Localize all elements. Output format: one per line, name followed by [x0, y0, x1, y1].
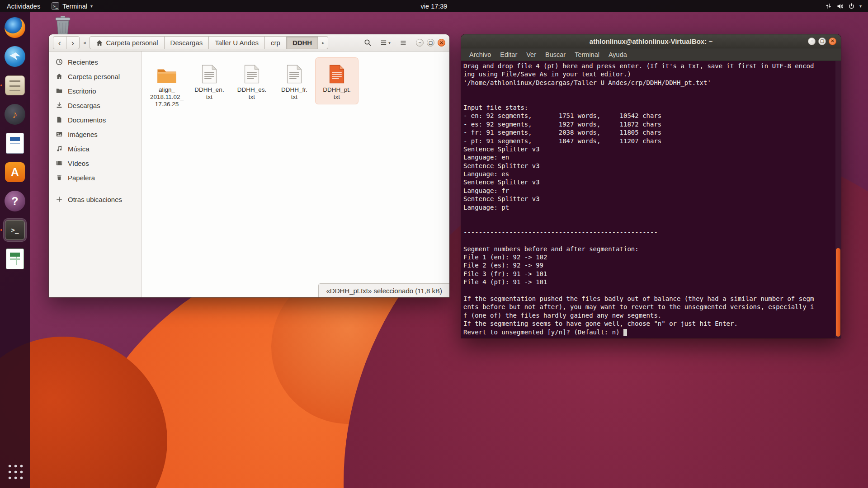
menu-ayuda[interactable]: Ayuda: [604, 48, 632, 61]
breadcrumb-descargas[interactable]: Descargas: [164, 36, 209, 49]
file-item-ddhh-fr-txt[interactable]: DDHH_fr.txt: [273, 58, 316, 104]
system-status-area[interactable]: ▾: [825, 0, 868, 12]
trash-can-icon: [53, 15, 72, 36]
icon-glyph: ♪: [12, 108, 18, 121]
breadcrumb-label: Taller U Andes: [215, 39, 259, 47]
trash-icon: [56, 174, 63, 181]
menu-editar[interactable]: Editar: [495, 48, 522, 61]
sidebar-item-label: Imágenes: [68, 131, 98, 138]
search-icon: [364, 39, 372, 47]
power-icon: [848, 3, 855, 9]
sidebar-item-label: Carpeta personal: [68, 73, 120, 80]
terminal-scrollbar[interactable]: [835, 61, 841, 338]
file-item-align-2018-11-02-17-36-25[interactable]: align_2018.11.02_17.36.25: [146, 58, 188, 111]
file-item-ddhh-en-txt[interactable]: DDHH_en.txt: [188, 58, 231, 104]
forward-button[interactable]: ›: [66, 36, 80, 49]
close-button[interactable]: ✕: [829, 38, 836, 45]
search-button[interactable]: [360, 36, 375, 49]
terminal-line: File 2 (es): 92 -> 99: [463, 262, 834, 270]
icon-glyph: >_: [11, 226, 19, 234]
file-item-ddhh-pt-txt[interactable]: DDHH_pt.txt: [316, 58, 358, 104]
menu-archivo[interactable]: Archivo: [465, 48, 495, 61]
files-window: ‹ › ◂ Carpeta personalDescargasTaller U …: [49, 34, 449, 297]
terminal-menubar: ArchivoEditarVerBuscarTerminalAyuda: [461, 48, 841, 61]
menu-ver[interactable]: Ver: [522, 48, 541, 61]
terminal-titlebar[interactable]: athlonlinux@athlonlinux-VirtualBox: ~ – …: [461, 34, 841, 48]
text-file-icon: [202, 60, 217, 84]
dock-firefox[interactable]: [4, 16, 26, 39]
minimize-button[interactable]: –: [808, 38, 816, 45]
file-label: DDHH_pt.txt: [323, 86, 351, 101]
file-label: DDHH_fr.txt: [281, 86, 307, 101]
document-icon: [56, 116, 63, 123]
dock-ubuntu-software[interactable]: A: [4, 161, 26, 183]
file-grid[interactable]: align_2018.11.02_17.36.25DDHH_en.txtDDHH…: [142, 52, 449, 297]
view-toggle-button[interactable]: ▾: [378, 36, 393, 49]
sidebar-item-videos[interactable]: Vídeos: [49, 156, 142, 170]
terminal-line: If the segmenting seems to have gone wel…: [463, 320, 834, 328]
sidebar-item-documentos[interactable]: Documentos: [49, 113, 142, 127]
terminal-app-icon: >_: [52, 2, 59, 10]
text-file-icon: [244, 60, 259, 84]
breadcrumb-carpeta-personal[interactable]: Carpeta personal: [90, 36, 165, 49]
sidebar-item-escritorio[interactable]: Escritorio: [49, 84, 142, 98]
chevron-right-icon: ▸: [322, 40, 324, 45]
folder-icon: [56, 87, 63, 94]
sidebar-item-carpeta-personal[interactable]: Carpeta personal: [49, 69, 142, 84]
dock-rhythmbox[interactable]: ♪: [4, 103, 26, 126]
dock-items: ♪A?>_: [4, 16, 26, 270]
terminal-screen[interactable]: Drag and drop file 4 (pt) here and press…: [461, 61, 841, 338]
text-file-icon: [287, 60, 302, 84]
breadcrumb-ddhh[interactable]: DDHH: [286, 36, 318, 49]
file-label: DDHH_en.txt: [194, 86, 224, 101]
minimize-icon: –: [811, 39, 813, 43]
chevron-down-icon: ▾: [859, 4, 862, 9]
sidebar-item-imagenes[interactable]: Imágenes: [49, 127, 142, 141]
breadcrumb-crp[interactable]: crp: [264, 36, 287, 49]
chevron-right-icon: ›: [71, 38, 74, 47]
clock[interactable]: vie 17:39: [421, 3, 448, 10]
files-sidebar: RecientesCarpeta personalEscritorioDesca…: [49, 52, 142, 297]
file-item-ddhh-es-txt[interactable]: DDHH_es.txt: [231, 58, 273, 104]
app-menu-button[interactable]: >_ Terminal ▾: [47, 0, 97, 12]
thunderbird-icon: [5, 46, 25, 67]
dock-terminal[interactable]: >_: [4, 219, 26, 241]
dock-libreoffice-calc[interactable]: [4, 248, 26, 270]
minimize-button[interactable]: –: [416, 39, 424, 47]
top-bar: Actividades >_ Terminal ▾ vie 17:39 ▾: [0, 0, 868, 12]
text-file-icon: [329, 60, 344, 84]
music-icon: [56, 145, 63, 152]
maximize-button[interactable]: ▢: [427, 39, 434, 47]
path-scroll-left-button[interactable]: ◂: [82, 40, 87, 46]
sidebar-item-label: Vídeos: [68, 160, 89, 167]
sidebar-item-otras-ubicaciones[interactable]: Otras ubicaciones: [49, 192, 142, 206]
breadcrumb-expander-button[interactable]: ▸: [318, 36, 328, 49]
libreoffice-writer-icon: [6, 133, 24, 154]
terminal-line: f (one of) the files hardly gained any n…: [463, 312, 834, 320]
sidebar-item-recientes[interactable]: Recientes: [49, 55, 142, 69]
sidebar-item-musica[interactable]: Música: [49, 141, 142, 156]
back-button[interactable]: ‹: [53, 36, 66, 49]
nav-buttons: ‹ ›: [53, 36, 80, 49]
menu-buscar[interactable]: Buscar: [541, 48, 570, 61]
sidebar-item-descargas[interactable]: Descargas: [49, 98, 142, 113]
terminal-text: Drag and drop file 4 (pt) here and press…: [461, 61, 841, 337]
show-applications-button[interactable]: [4, 460, 26, 483]
dock-libreoffice-writer[interactable]: [4, 132, 26, 155]
close-button[interactable]: ✕: [438, 39, 445, 47]
terminal-window: athlonlinux@athlonlinux-VirtualBox: ~ – …: [461, 34, 841, 338]
terminal-line: Segment numbers before and after segment…: [463, 245, 834, 253]
list-view-icon: [380, 39, 387, 46]
scrollbar-thumb[interactable]: [836, 248, 840, 337]
maximize-button[interactable]: ▢: [818, 38, 826, 45]
menu-terminal[interactable]: Terminal: [570, 48, 604, 61]
dock-help[interactable]: ?: [4, 190, 26, 212]
dock-thunderbird[interactable]: [4, 45, 26, 68]
breadcrumb-taller-u-andes[interactable]: Taller U Andes: [208, 36, 265, 49]
sidebar-item-papelera[interactable]: Papelera: [49, 170, 142, 185]
dock-files[interactable]: [4, 74, 26, 97]
window-menu-button[interactable]: [396, 36, 410, 49]
files-headerbar[interactable]: ‹ › ◂ Carpeta personalDescargasTaller U …: [49, 34, 449, 52]
terminal-line: Language: fr: [463, 187, 834, 195]
activities-button[interactable]: Actividades: [0, 0, 47, 12]
